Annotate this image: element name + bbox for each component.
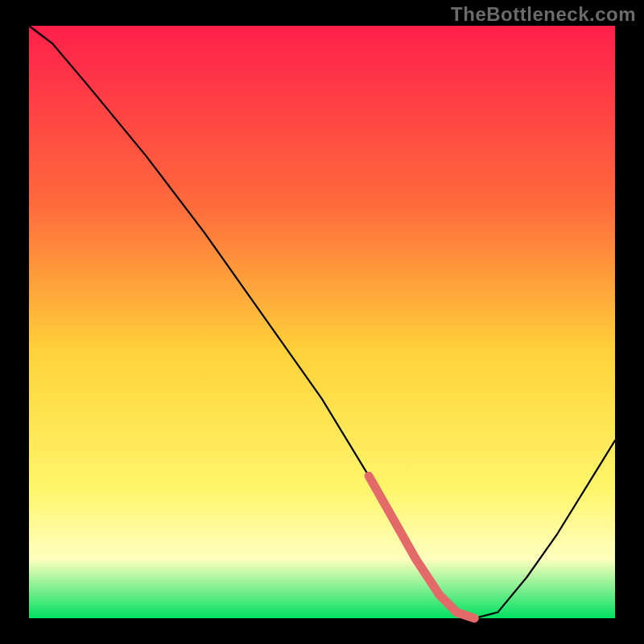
chart-frame: TheBottleneck.com [0, 0, 644, 644]
chart-svg [0, 0, 644, 644]
watermark-text: TheBottleneck.com [451, 3, 636, 26]
plot-background [29, 26, 615, 618]
